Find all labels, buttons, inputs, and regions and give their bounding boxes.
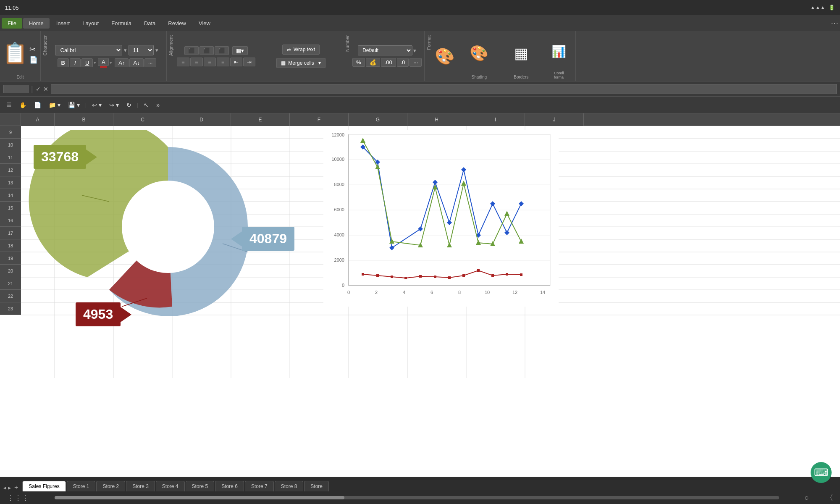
open-file-button[interactable]: 📁 ▾ xyxy=(46,100,63,110)
grid-area[interactable]: 33768 40879 4953 xyxy=(21,126,840,477)
fab-button[interactable]: ⌨ xyxy=(811,462,832,483)
undo-button[interactable]: ↩ ▾ xyxy=(89,100,105,110)
formula-confirm-button[interactable]: ✓ xyxy=(36,86,41,92)
menu-review[interactable]: Review xyxy=(162,18,192,29)
menu-insert[interactable]: Insert xyxy=(50,18,76,29)
paste-button[interactable]: 📋 xyxy=(3,43,28,63)
refresh-button[interactable]: ↻ xyxy=(123,100,134,110)
font-selector[interactable]: Calibri xyxy=(55,45,122,55)
menu-formula[interactable]: Formula xyxy=(105,18,137,29)
format-icon[interactable]: 🎨 xyxy=(435,47,454,66)
wifi-icon: ▲▲▲ xyxy=(810,5,825,10)
tab-store-3[interactable]: Store 3 xyxy=(126,481,155,491)
align-center-button[interactable]: ≡ xyxy=(190,58,203,66)
tab-store-4[interactable]: Store 4 xyxy=(156,481,185,491)
underline-button[interactable]: U xyxy=(81,58,93,67)
align-left-button[interactable]: ≡ xyxy=(177,58,189,66)
font-size-selector[interactable]: 11 xyxy=(129,45,154,55)
status-center-icon[interactable]: ○ xyxy=(804,494,809,502)
scroll-thumb[interactable] xyxy=(55,496,344,499)
wrap-text-button[interactable]: ⇌ Wrap text xyxy=(282,45,320,55)
conditional-format-icon[interactable]: 📊 xyxy=(551,45,566,58)
tab-store-5[interactable]: Store 5 xyxy=(186,481,215,491)
more-format-button[interactable]: ··· xyxy=(144,58,157,67)
align-right-button[interactable]: ≡ xyxy=(204,58,216,66)
align-top-button[interactable]: ⬛ xyxy=(184,46,199,55)
font-color-indicator xyxy=(100,66,107,68)
size-down-button[interactable]: A↓ xyxy=(129,58,143,67)
svg-rect-81 xyxy=(506,273,508,276)
add-sheet-button[interactable]: + xyxy=(14,484,18,491)
font-color-button[interactable]: A xyxy=(98,58,109,66)
menu-bar: File Home Insert Layout Formula Data Rev… xyxy=(0,15,840,31)
svg-text:6: 6 xyxy=(430,290,433,295)
wrap-text-icon: ⇌ xyxy=(287,47,291,52)
merge-cells-button[interactable]: ▦ Merge cells ▾ xyxy=(276,58,325,68)
indent-less-button[interactable]: ⇤ xyxy=(230,58,242,66)
col-header-j[interactable]: J xyxy=(525,113,584,126)
number-label: Number xyxy=(345,35,350,52)
col-header-i[interactable]: I xyxy=(466,113,525,126)
shading-icon[interactable]: 🎨 xyxy=(470,45,488,62)
value-4953: 4953 xyxy=(76,302,121,326)
menu-home[interactable]: Home xyxy=(23,18,50,29)
tab-sales-figures[interactable]: Sales Figures xyxy=(22,481,66,491)
align-bottom-button[interactable]: ⬛ xyxy=(215,46,229,55)
menu-layout[interactable]: Layout xyxy=(76,18,105,29)
window-controls[interactable]: ⋯ xyxy=(831,18,838,28)
decimal-down-button[interactable]: .0 xyxy=(397,58,409,67)
row-10: 10 xyxy=(0,139,21,151)
col-header-h[interactable]: H xyxy=(407,113,466,126)
col-header-g[interactable]: G xyxy=(349,113,407,126)
save-button[interactable]: 💾 ▾ xyxy=(65,100,83,110)
tab-store-7[interactable]: Store 7 xyxy=(245,481,274,491)
indent-more-button[interactable]: ⇥ xyxy=(243,58,255,66)
percent-button[interactable]: % xyxy=(352,58,365,67)
tab-nav-right[interactable]: ▸ xyxy=(8,484,11,491)
italic-button[interactable]: I xyxy=(70,58,81,67)
borders-icon[interactable]: ▦ xyxy=(514,45,528,62)
tab-store-6[interactable]: Store 6 xyxy=(215,481,244,491)
more-tools-button[interactable]: » xyxy=(153,100,163,110)
menu-data[interactable]: Data xyxy=(138,18,161,29)
tab-store-1[interactable]: Store 1 xyxy=(67,481,96,491)
text-direction-button[interactable]: ▦▾ xyxy=(232,46,248,55)
tab-store-2[interactable]: Store 2 xyxy=(96,481,125,491)
menu-file[interactable]: File xyxy=(2,18,22,29)
col-header-b[interactable]: B xyxy=(55,113,113,126)
decimal-up-button[interactable]: .00 xyxy=(381,58,396,67)
col-header-e[interactable]: E xyxy=(231,113,290,126)
bold-button[interactable]: B xyxy=(58,58,69,67)
status-left-icon[interactable]: ⋮⋮⋮ xyxy=(7,493,29,502)
cursor-tool-button[interactable]: ✋ xyxy=(16,100,29,110)
horizontal-scrollbar[interactable] xyxy=(55,496,779,499)
formula-cancel-button[interactable]: ✕ xyxy=(43,86,48,92)
copy-button[interactable]: 📄 xyxy=(29,56,38,64)
conditional-label: Condiforma xyxy=(554,70,564,79)
col-header-a[interactable]: A xyxy=(21,113,55,126)
pointer-button[interactable]: ↖ xyxy=(141,100,152,110)
formula-input[interactable] xyxy=(51,84,837,94)
number-format-selector[interactable]: Default xyxy=(358,45,412,55)
currency-button[interactable]: 💰 xyxy=(366,58,380,67)
tab-store-more[interactable]: Store xyxy=(304,481,329,491)
tab-store-8[interactable]: Store 8 xyxy=(275,481,304,491)
status-right-icon[interactable]: 〈 xyxy=(826,493,833,503)
col-header-d[interactable]: D xyxy=(172,113,231,126)
shading-label: Shading xyxy=(471,74,487,79)
align-middle-button[interactable]: ⬛ xyxy=(200,46,214,55)
justify-button[interactable]: ≡ xyxy=(217,58,229,66)
new-file-button[interactable]: 📄 xyxy=(31,100,44,110)
col-header-f[interactable]: F xyxy=(290,113,349,126)
cell-reference-input[interactable] xyxy=(3,85,29,93)
size-up-button[interactable]: A↑ xyxy=(115,58,129,67)
redo-button[interactable]: ↪ ▾ xyxy=(106,100,122,110)
number-more-button[interactable]: ··· xyxy=(410,58,422,67)
col-header-c[interactable]: C xyxy=(113,113,172,126)
hamburger-button[interactable]: ☰ xyxy=(3,100,15,110)
menu-view[interactable]: View xyxy=(193,18,216,29)
format-label: Format xyxy=(426,35,431,50)
spreadsheet-area: A B C D E F G H I J 9 10 11 12 13 14 15 … xyxy=(0,113,840,477)
cut-button[interactable]: ✂ xyxy=(29,45,38,54)
tab-nav-left[interactable]: ◂ xyxy=(3,484,6,491)
